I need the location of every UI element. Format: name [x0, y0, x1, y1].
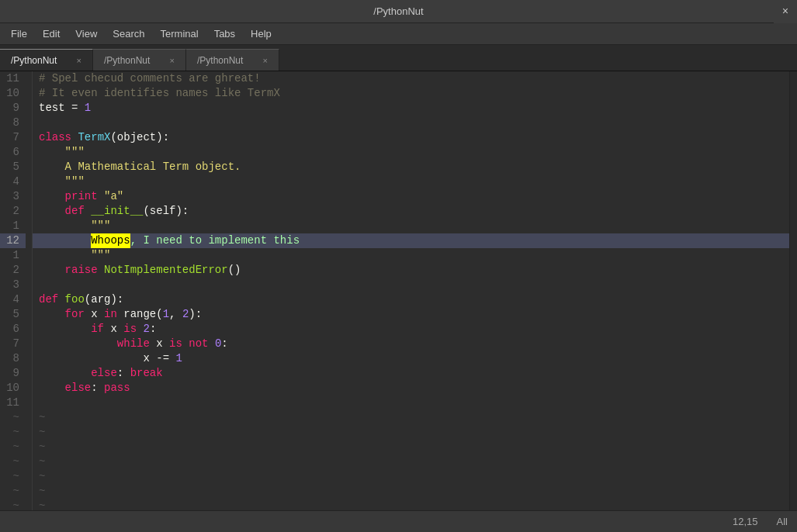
gutter-t1: ~: [0, 410, 26, 425]
tab-3-label: /PythonNut: [197, 55, 243, 66]
editor: 11 10 9 8 7 6 5 4 3 2 1 12 1 2 3 4 5 6 7…: [0, 71, 797, 510]
gutter-5b: 5: [0, 307, 26, 322]
tab-3-close[interactable]: ×: [263, 56, 268, 65]
gutter-t2: ~: [0, 425, 26, 440]
tab-1[interactable]: /PythonNut ×: [0, 49, 93, 71]
gutter-6: 6: [0, 145, 26, 160]
line-numbers: 11 10 9 8 7 6 5 4 3 2 1 12 1 2 3 4 5 6 7…: [0, 71, 33, 510]
gutter-4: 4: [0, 174, 26, 189]
code-line-20: x -= 1: [33, 351, 789, 366]
code-line-21: else: break: [33, 366, 789, 381]
gutter-5: 5: [0, 160, 26, 174]
gutter-11b: 11: [0, 396, 26, 410]
code-editor[interactable]: # Spel checud comments are ghreat! # It …: [33, 71, 789, 510]
menu-tabs[interactable]: Tabs: [206, 25, 243, 43]
code-line-8: """: [33, 174, 789, 189]
code-line-4: [33, 116, 789, 130]
gutter-7b: 7: [0, 337, 26, 351]
tab-1-label: /PythonNut: [11, 55, 57, 66]
status-bar: 12,15 All: [0, 510, 797, 532]
code-line-15: [33, 278, 789, 292]
code-line-9: print "a": [33, 189, 789, 204]
tilde-1: ~: [33, 410, 789, 425]
code-line-5: class TermX(object):: [33, 130, 789, 145]
tilde-4: ~: [33, 454, 789, 469]
code-line-3: test = 1: [33, 101, 789, 116]
gutter-t7: ~: [0, 499, 26, 510]
tilde-7: ~: [33, 499, 789, 510]
code-line-18: if x is 2:: [33, 322, 789, 337]
tilde-3: ~: [33, 440, 789, 454]
gutter-7: 7: [0, 130, 26, 145]
gutter-10b: 10: [0, 381, 26, 396]
code-line-19: while x is not 0:: [33, 337, 789, 351]
menu-bar: File Edit View Search Terminal Tabs Help: [0, 23, 797, 45]
tab-2-close[interactable]: ×: [170, 56, 175, 65]
code-line-23: [33, 396, 789, 410]
gutter-11: 11: [0, 71, 26, 86]
code-line-11: """: [33, 219, 789, 233]
code-line-10: def __init__(self):: [33, 204, 789, 219]
code-line-7: A Mathematical Term object.: [33, 160, 789, 174]
code-line-12: Whoops, I need to implement this: [33, 233, 789, 248]
tilde-2: ~: [33, 425, 789, 440]
menu-edit[interactable]: Edit: [35, 25, 68, 43]
tab-3[interactable]: /PythonNut ×: [186, 49, 279, 71]
gutter-6b: 6: [0, 322, 26, 337]
gutter-2: 2: [0, 204, 26, 219]
gutter-3: 3: [0, 189, 26, 204]
tab-2[interactable]: /PythonNut ×: [93, 49, 186, 71]
scrollbar[interactable]: [789, 71, 797, 510]
menu-view[interactable]: View: [68, 25, 105, 43]
gutter-8b: 8: [0, 351, 26, 366]
code-line-13: """: [33, 248, 789, 263]
editor-mode: All: [777, 516, 788, 527]
menu-search[interactable]: Search: [105, 25, 152, 43]
gutter-12: 12: [0, 233, 26, 248]
tab-bar: /PythonNut × /PythonNut × /PythonNut ×: [0, 45, 797, 71]
gutter-10: 10: [0, 86, 26, 101]
gutter-t5: ~: [0, 469, 26, 484]
gutter-3b: 3: [0, 278, 26, 292]
close-button[interactable]: ×: [774, 0, 797, 23]
window-title: /PythonNut: [373, 5, 423, 17]
menu-help[interactable]: Help: [243, 25, 279, 43]
code-line-14: raise NotImplementedError(): [33, 263, 789, 278]
title-bar: /PythonNut ×: [0, 0, 797, 23]
gutter-1b: 1: [0, 248, 26, 263]
gutter-9: 9: [0, 101, 26, 116]
gutter-t3: ~: [0, 440, 26, 454]
gutter-4b: 4: [0, 292, 26, 307]
menu-file[interactable]: File: [3, 25, 35, 43]
gutter-t6: ~: [0, 484, 26, 499]
code-line-2: # It even identifies names like TermX: [33, 86, 789, 101]
code-line-17: for x in range(1, 2):: [33, 307, 789, 322]
code-line-22: else: pass: [33, 381, 789, 396]
tilde-6: ~: [33, 484, 789, 499]
cursor-position: 12,15: [733, 516, 758, 527]
tab-1-close[interactable]: ×: [77, 56, 81, 65]
code-line-1: # Spel checud comments are ghreat!: [33, 71, 789, 86]
gutter-8: 8: [0, 116, 26, 130]
gutter-2b: 2: [0, 263, 26, 278]
menu-terminal[interactable]: Terminal: [153, 25, 206, 43]
tilde-5: ~: [33, 469, 789, 484]
gutter-1a: 1: [0, 219, 26, 233]
code-line-16: def foo(arg):: [33, 292, 789, 307]
gutter-t4: ~: [0, 454, 26, 469]
code-line-6: """: [33, 145, 789, 160]
tab-2-label: /PythonNut: [104, 55, 150, 66]
gutter-9b: 9: [0, 366, 26, 381]
